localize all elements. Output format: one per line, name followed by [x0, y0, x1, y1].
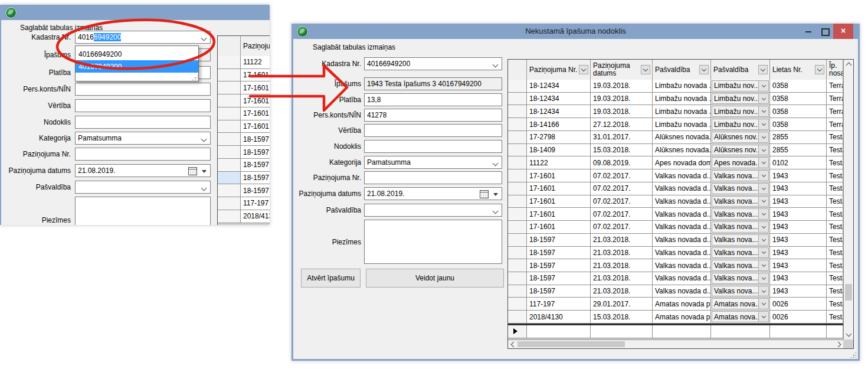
veidot-jaunu-button[interactable]: Veidot jaunu — [366, 269, 504, 288]
left-window-titlebar[interactable] — [0, 5, 270, 20]
grid-cell[interactable]: 21.03.2018. — [591, 234, 653, 247]
column-header[interactable]: Paziņojuma Nr. — [241, 36, 270, 56]
combo-cell-button[interactable] — [758, 286, 768, 296]
grid-cell[interactable]: Limbažu novada ... — [653, 80, 711, 93]
grid-cell[interactable]: Testa — [827, 156, 843, 169]
column-header[interactable]: Pašvaldība — [711, 60, 770, 80]
grid-combo-cell[interactable]: Alūksnes nov... — [711, 131, 770, 144]
grid-cell[interactable]: Limbažu novada ... — [653, 105, 711, 118]
grid-cell[interactable]: Terra — [827, 118, 843, 131]
grid-cell[interactable]: Amatas novada p... — [653, 311, 711, 324]
grid-cell[interactable]: 2018/4130 — [241, 210, 270, 223]
row-selector[interactable] — [218, 210, 241, 223]
grid-combo-cell[interactable]: Valkas nova... — [711, 234, 770, 247]
grid-cell[interactable]: Valkas novada d... — [653, 208, 711, 221]
grid-cell[interactable]: 15.03.2018. — [591, 311, 653, 324]
combo-cell-button[interactable] — [758, 132, 768, 142]
grid-cell[interactable]: 07.02.2017. — [591, 208, 653, 221]
vertiba-input[interactable] — [364, 124, 502, 137]
grid-cell[interactable]: Testa — [827, 208, 843, 221]
grid-combo-cell[interactable]: Valkas nova... — [711, 169, 770, 182]
new-record-selector[interactable] — [508, 325, 527, 338]
combo-cell-button[interactable] — [758, 81, 768, 91]
row-selector[interactable] — [508, 144, 527, 157]
grid-cell[interactable]: 18-1597 — [527, 247, 591, 260]
grid-combo-cell[interactable]: Valkas nova... — [711, 195, 770, 208]
grid-cell[interactable]: 07.02.2017. — [591, 169, 653, 182]
grid-cell[interactable]: 17-2798 — [527, 131, 591, 144]
horizontal-scrollbar[interactable] — [508, 339, 843, 348]
dropdown-resize-grip[interactable] — [192, 74, 198, 80]
grid-combo-cell[interactable]: Limbažu nov... — [711, 93, 770, 106]
nodoklis-input[interactable] — [364, 140, 502, 153]
grid-cell[interactable]: 0358 — [770, 93, 827, 106]
grid-cell[interactable]: Valkas novada d... — [653, 169, 711, 182]
grid-cell[interactable]: 117-197 — [527, 298, 591, 311]
grid-combo-cell[interactable]: Valkas nova... — [711, 285, 770, 298]
dropdown-item[interactable]: 40167949200 — [76, 60, 198, 73]
grid-cell[interactable]: 18-1597 — [241, 172, 270, 185]
grid-cell[interactable]: 29.01.2017. — [591, 298, 653, 311]
maximize-button[interactable] — [819, 24, 831, 39]
row-selector[interactable] — [218, 81, 241, 94]
column-filter-button[interactable] — [579, 65, 588, 74]
combo-cell-button[interactable] — [758, 222, 768, 232]
grid-combo-cell[interactable]: Alūksnes nov... — [711, 144, 770, 157]
grid-cell[interactable]: 19.03.2018. — [591, 80, 653, 93]
row-selector[interactable] — [508, 105, 527, 118]
row-selector[interactable] — [508, 247, 527, 260]
grid-cell[interactable]: 17-1601 — [241, 120, 270, 133]
row-selector[interactable] — [218, 146, 241, 159]
grid-cell[interactable]: Amatas novada p... — [653, 298, 711, 311]
combo-cell-button[interactable] — [758, 119, 768, 129]
combo-cell-button[interactable] — [758, 209, 768, 219]
column-header[interactable]: Īp. nosa — [827, 60, 843, 80]
grid-cell[interactable]: Alūksnes novada... — [653, 144, 711, 157]
column-filter-button[interactable] — [699, 65, 709, 74]
combo-cell-button[interactable] — [758, 94, 768, 104]
grid-cell[interactable]: 1943 — [770, 272, 827, 285]
combo-cell-button[interactable] — [758, 197, 768, 207]
grid-cell[interactable]: 07.02.2017. — [591, 221, 653, 234]
column-filter-button[interactable] — [815, 65, 824, 74]
grid-cell[interactable]: 18-1597 — [527, 259, 591, 272]
grid-cell[interactable]: Valkas novada d... — [653, 272, 711, 285]
row-selector[interactable] — [218, 159, 241, 172]
grid-cell[interactable]: 19.03.2018. — [591, 105, 653, 118]
grid-cell[interactable] — [591, 325, 653, 338]
grid-cell[interactable]: 21.03.2018. — [591, 259, 653, 272]
grid-cell[interactable]: Testa — [827, 131, 843, 144]
grid-cell[interactable]: Testa — [827, 259, 843, 272]
grid-cell[interactable]: 21.03.2018. — [591, 247, 653, 260]
grid-cell[interactable]: Valkas novada d... — [653, 221, 711, 234]
grid-cell[interactable]: 1943 — [770, 208, 827, 221]
nodoklis-input[interactable] — [75, 116, 211, 129]
grid-cell[interactable]: 07.02.2017. — [591, 182, 653, 195]
grid-cell[interactable]: 18-14166 — [527, 118, 591, 131]
row-selector[interactable] — [218, 56, 241, 69]
piezimes-textarea[interactable] — [364, 220, 502, 264]
grid-cell[interactable]: 1943 — [770, 221, 827, 234]
combo-cell-button[interactable] — [758, 184, 768, 194]
combo-cell-button[interactable] — [758, 273, 768, 283]
grid-cell[interactable]: 21.03.2018. — [591, 285, 653, 298]
grid-cell[interactable]: Limbažu novada ... — [653, 118, 711, 131]
grid-cell[interactable] — [827, 325, 843, 338]
grid-cell[interactable]: 2855 — [770, 144, 827, 157]
combo-cell-button[interactable] — [758, 312, 768, 322]
grid-combo-cell[interactable]: Apes novada... — [711, 156, 770, 169]
main-window-titlebar[interactable]: Nekustamā īpašuma nodoklis × — [291, 24, 860, 39]
row-selector[interactable] — [508, 208, 527, 221]
close-button[interactable]: × — [833, 24, 853, 39]
grid-cell[interactable]: 17-1601 — [527, 182, 591, 195]
grid-cell[interactable]: 0358 — [770, 105, 827, 118]
grid-cell[interactable]: Limbažu novada ... — [653, 93, 711, 106]
row-selector[interactable] — [508, 118, 527, 131]
kategorija-combobox[interactable]: Pamatsumma — [75, 132, 211, 145]
grid-cell[interactable]: Testa — [827, 182, 843, 195]
row-selector[interactable] — [508, 131, 527, 144]
grid-cell[interactable]: Testa — [827, 144, 843, 157]
grid-cell[interactable]: 1943 — [770, 234, 827, 247]
grid-combo-cell[interactable]: Limbažu nov... — [711, 80, 770, 93]
grid-cell[interactable]: 21.03.2018. — [591, 272, 653, 285]
